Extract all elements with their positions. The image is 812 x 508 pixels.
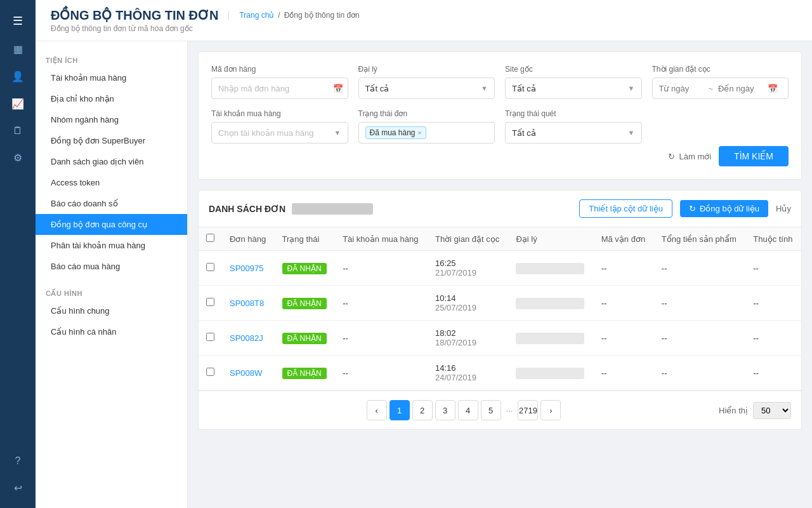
filter-group-trang-thai-don: Trạng thái đơn Đã mua hàng × (358, 109, 495, 144)
sidebar-item-tai-khoan-mua-hang[interactable]: Tài khoản mua hàng (36, 67, 187, 88)
row-status-1: ĐÃ NHẬN (275, 286, 336, 321)
row-checkbox-cell (199, 251, 222, 286)
table-title-text: DANH SÁCH ĐƠN (209, 204, 285, 214)
page-size-select[interactable]: 50 100 200 (753, 402, 791, 419)
row-checkbox-3[interactable] (206, 368, 214, 376)
select-trang-thai-quet-value: Tất cả (512, 128, 536, 138)
pagination-page-2-button[interactable]: 2 (412, 400, 433, 420)
row-order-id-2: SP0082J (222, 321, 275, 356)
breadcrumb-home[interactable]: Trang chủ (239, 11, 274, 20)
input-wrapper-ma-don-hang: 📅 (211, 77, 348, 99)
setup-columns-button[interactable]: Thiết lập cột dữ liệu (579, 199, 672, 218)
sidebar-item-dong-bo-don-qua-cong-cu[interactable]: Đồng bộ đơn qua công cụ (36, 214, 187, 235)
breadcrumb-sep: / (278, 11, 280, 20)
nav-icon-dashboard[interactable]: ▦ (0, 36, 36, 63)
select-tai-khoan-placeholder: Chọn tài khoản mua hàng (218, 128, 313, 138)
filter-actions: ↻ Làm mới TÌM KIẾM (211, 144, 789, 166)
pagination-page-4-button[interactable]: 4 (458, 400, 478, 420)
row-account-3: -- (335, 356, 428, 391)
row-checkbox-1[interactable] (206, 298, 214, 306)
select-dai-ly[interactable]: Tất cả ▼ (358, 77, 495, 99)
sidebar-item-dia-chi-kho-nhan[interactable]: Địa chỉ kho nhận (36, 88, 187, 109)
select-site-goc-value: Tất cả (512, 84, 536, 93)
cancel-button[interactable]: Hủy (776, 204, 791, 213)
sidebar-item-danh-sach-giao-dich-vien[interactable]: Danh sách giao dịch viên (36, 151, 187, 172)
row-account-2: -- (335, 321, 428, 356)
nav-icon-user[interactable]: 👤 (0, 63, 36, 90)
row-time-3: 14:1624/07/2019 (428, 356, 508, 391)
calendar-icon-ma-don-hang: 📅 (333, 84, 343, 93)
pagination-wrapper: ‹ 1 2 3 4 5 ··· 2719 › Hiển thị 50 (199, 391, 801, 429)
order-link-3[interactable]: SP008W (230, 368, 262, 378)
pagination-next-button[interactable]: › (540, 400, 561, 420)
select-all-checkbox[interactable] (206, 234, 214, 242)
table-row: SP008T8 ĐÃ NHẬN -- 10:1425/07/2019 █████… (199, 286, 801, 321)
table-title-badge: ████████ (292, 203, 373, 215)
row-agent-1: ████████ (508, 286, 593, 321)
sidebar-item-nhom-nganh-hang[interactable]: Nhóm ngành hàng (36, 109, 187, 130)
select-trang-thai-quet[interactable]: Tất cả ▼ (505, 122, 642, 144)
table-body: SP00975 ĐÃ NHẬN -- 16:2521/07/2019 █████… (199, 251, 801, 391)
sidebar-item-dong-bo-don-superbuyer[interactable]: Đồng bộ đơn SuperBuyer (36, 130, 187, 151)
chevron-down-icon-dai-ly: ▼ (481, 84, 488, 92)
nav-icon-help[interactable]: ? (0, 448, 36, 474)
row-checkbox-0[interactable] (206, 263, 214, 271)
sidebar-item-phan-tai-khoan-mua-hang[interactable]: Phân tài khoản mua hàng (36, 235, 187, 256)
section-title-cau-hinh: CẤU HÌNH (36, 284, 187, 300)
sidebar-item-cau-hinh-chung[interactable]: Cấu hình chung (36, 300, 187, 321)
row-attr-3: -- (745, 356, 801, 391)
order-link-1[interactable]: SP008T8 (230, 298, 264, 308)
label-dai-ly: Đại lý (358, 65, 495, 74)
row-time-0: 16:2521/07/2019 (428, 251, 508, 286)
order-link-2[interactable]: SP0082J (230, 333, 263, 343)
row-account-0: -- (335, 251, 428, 286)
sync-data-button[interactable]: ↻ Đồng bộ dữ liệu (680, 200, 768, 217)
nav-icon-logout[interactable]: ↩ (0, 474, 36, 502)
input-ma-don-hang[interactable] (211, 77, 348, 99)
filter-group-site-goc: Site gốc Tất cả ▼ (505, 65, 642, 99)
select-tai-khoan-mua-hang[interactable]: Chọn tài khoản mua hàng ▼ (211, 122, 348, 144)
th-don-hang: Đơn hàng (222, 227, 275, 251)
sidebar-item-bao-cao-doanh-so[interactable]: Báo cáo doanh số (36, 193, 187, 214)
label-tai-khoan-mua-hang: Tài khoản mua hàng (211, 109, 348, 118)
menu-icon[interactable]: ☰ (0, 6, 36, 36)
nav-icon-orders[interactable]: 🗒 (0, 117, 36, 144)
pagination-prev-button[interactable]: ‹ (367, 400, 387, 420)
th-tong-tien: Tổng tiền sản phẩm (654, 227, 745, 251)
tag-close-icon[interactable]: × (418, 129, 422, 137)
row-checkbox-cell (199, 321, 222, 356)
chevron-down-icon-trang-thai-quet: ▼ (628, 129, 635, 137)
date-to-input[interactable] (718, 84, 763, 93)
refresh-label: Làm mới (679, 152, 711, 161)
row-checkbox-2[interactable] (206, 333, 214, 341)
refresh-button[interactable]: ↻ Làm mới (668, 152, 711, 161)
table-header: DANH SÁCH ĐƠN ████████ Thiết lập cột dữ … (199, 190, 801, 227)
order-link-0[interactable]: SP00975 (230, 264, 264, 273)
sidebar-item-access-token[interactable]: Access token (36, 172, 187, 193)
pagination-page-1-button[interactable]: 1 (390, 400, 410, 420)
row-agent-3: ████████ (508, 356, 593, 391)
sidebar-item-bao-cao-mua-hang[interactable]: Báo cáo mua hàng (36, 256, 187, 277)
row-attr-0: -- (745, 251, 801, 286)
row-time-1: 10:1425/07/2019 (428, 286, 508, 321)
chevron-down-icon-site-goc: ▼ (628, 84, 635, 92)
breadcrumb-current: Đồng bộ thông tin đơn (284, 11, 360, 20)
status-badge-1: ĐÃ NHẬN (282, 298, 327, 309)
label-trang-thai-don: Trạng thái đơn (358, 109, 495, 118)
row-total-3: -- (654, 356, 745, 391)
nav-icon-chart[interactable]: 📈 (0, 90, 36, 117)
sidebar-item-cau-hinh-ca-nhan[interactable]: Cấu hình cá nhân (36, 321, 187, 342)
pagination-page-3-button[interactable]: 3 (435, 400, 455, 420)
search-button[interactable]: TÌM KIẾM (719, 146, 789, 166)
th-tai-khoan-mua-hang: Tài khoản mua hàng (335, 227, 428, 251)
pagination-page-5-button[interactable]: 5 (481, 400, 501, 420)
row-tracking-1: -- (594, 286, 654, 321)
pagination-last-button[interactable]: 2719 (518, 400, 538, 420)
table-row: SP0082J ĐÃ NHẬN -- 18:0218/07/2019 █████… (199, 321, 801, 356)
label-ma-don-hang: Mã đơn hàng (211, 65, 348, 74)
select-trang-thai-don[interactable]: Đã mua hàng × (358, 122, 495, 144)
filter-row-2: Tài khoản mua hàng Chọn tài khoản mua hà… (211, 109, 789, 144)
nav-icon-settings[interactable]: ⚙ (0, 144, 36, 171)
date-from-input[interactable] (659, 84, 704, 93)
select-site-goc[interactable]: Tất cả ▼ (505, 77, 642, 99)
